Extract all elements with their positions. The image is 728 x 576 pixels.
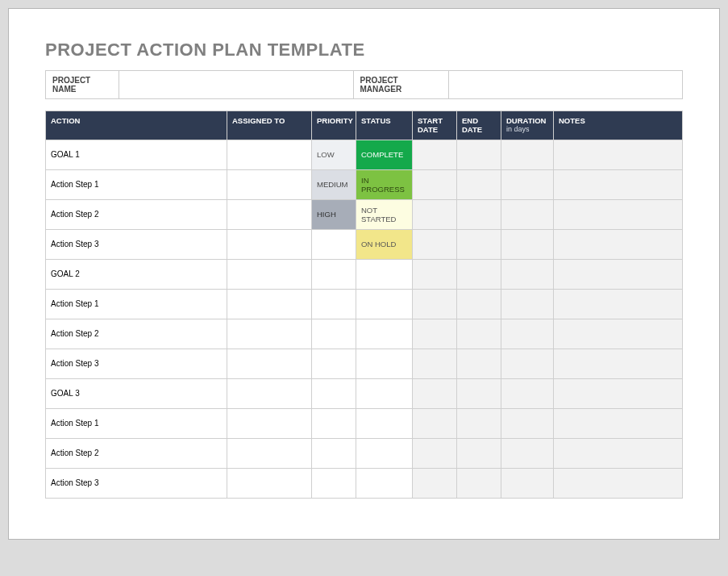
cell-action[interactable]: Action Step 1 (46, 169, 227, 199)
cell-status[interactable] (356, 468, 413, 498)
cell-duration[interactable] (501, 229, 554, 259)
cell-duration[interactable] (501, 289, 554, 319)
cell-priority[interactable] (312, 408, 356, 438)
cell-assigned[interactable] (227, 319, 312, 349)
cell-notes[interactable] (554, 169, 683, 199)
cell-priority[interactable] (312, 438, 356, 468)
cell-assigned[interactable] (227, 408, 312, 438)
cell-end-date[interactable] (457, 468, 501, 498)
cell-notes[interactable] (554, 140, 683, 169)
cell-start-date[interactable] (413, 199, 457, 229)
cell-assigned[interactable] (227, 229, 312, 259)
cell-start-date[interactable] (413, 259, 457, 289)
cell-start-date[interactable] (413, 408, 457, 438)
cell-notes[interactable] (554, 438, 683, 468)
cell-end-date[interactable] (457, 169, 501, 199)
cell-assigned[interactable] (227, 438, 312, 468)
cell-action[interactable]: Action Step 1 (46, 289, 227, 319)
cell-start-date[interactable] (413, 438, 457, 468)
cell-duration[interactable] (501, 259, 554, 289)
cell-priority[interactable]: LOW (312, 140, 356, 169)
cell-end-date[interactable] (457, 438, 501, 468)
project-name-value[interactable] (119, 70, 354, 99)
cell-start-date[interactable] (413, 140, 457, 169)
cell-assigned[interactable] (227, 378, 312, 408)
cell-status[interactable] (356, 438, 413, 468)
cell-assigned[interactable] (227, 140, 312, 169)
cell-duration[interactable] (501, 349, 554, 378)
cell-priority[interactable] (312, 349, 356, 378)
cell-start-date[interactable] (413, 468, 457, 498)
cell-notes[interactable] (554, 319, 683, 349)
cell-action[interactable]: Action Step 2 (46, 199, 227, 229)
cell-action[interactable]: Action Step 2 (46, 319, 227, 349)
cell-duration[interactable] (501, 140, 554, 169)
cell-action[interactable]: GOAL 2 (46, 259, 227, 289)
cell-priority[interactable] (312, 259, 356, 289)
cell-end-date[interactable] (457, 199, 501, 229)
cell-notes[interactable] (554, 468, 683, 498)
cell-notes[interactable] (554, 259, 683, 289)
cell-status[interactable] (356, 289, 413, 319)
cell-notes[interactable] (554, 229, 683, 259)
cell-start-date[interactable] (413, 319, 457, 349)
cell-duration[interactable] (501, 319, 554, 349)
cell-status[interactable]: NOT STARTED (356, 199, 413, 229)
cell-assigned[interactable] (227, 259, 312, 289)
cell-action[interactable]: Action Step 3 (46, 468, 227, 498)
cell-end-date[interactable] (457, 229, 501, 259)
cell-duration[interactable] (501, 468, 554, 498)
cell-status[interactable]: IN PROGRESS (356, 169, 413, 199)
cell-notes[interactable] (554, 378, 683, 408)
cell-notes[interactable] (554, 349, 683, 378)
cell-end-date[interactable] (457, 259, 501, 289)
cell-priority[interactable] (312, 378, 356, 408)
cell-notes[interactable] (554, 408, 683, 438)
cell-end-date[interactable] (457, 408, 501, 438)
cell-end-date[interactable] (457, 289, 501, 319)
cell-status[interactable] (356, 349, 413, 378)
cell-priority[interactable] (312, 468, 356, 498)
cell-priority[interactable]: MEDIUM (312, 169, 356, 199)
cell-status[interactable]: COMPLETE (356, 140, 413, 169)
cell-end-date[interactable] (457, 378, 501, 408)
cell-action[interactable]: Action Step 3 (46, 349, 227, 378)
cell-end-date[interactable] (457, 140, 501, 169)
cell-status[interactable] (356, 319, 413, 349)
cell-status[interactable] (356, 378, 413, 408)
cell-end-date[interactable] (457, 319, 501, 349)
cell-action[interactable]: Action Step 1 (46, 408, 227, 438)
cell-start-date[interactable] (413, 289, 457, 319)
cell-action[interactable]: GOAL 3 (46, 378, 227, 408)
cell-notes[interactable] (554, 199, 683, 229)
col-header-duration-main: DURATION (506, 116, 546, 125)
project-manager-value[interactable] (449, 70, 684, 99)
table-row: Action Step 1 (46, 289, 683, 319)
cell-start-date[interactable] (413, 378, 457, 408)
cell-duration[interactable] (501, 199, 554, 229)
cell-status[interactable]: ON HOLD (356, 229, 413, 259)
cell-start-date[interactable] (413, 349, 457, 378)
cell-end-date[interactable] (457, 349, 501, 378)
cell-action[interactable]: Action Step 2 (46, 438, 227, 468)
cell-priority[interactable] (312, 289, 356, 319)
cell-priority[interactable] (312, 319, 356, 349)
cell-status[interactable] (356, 259, 413, 289)
cell-notes[interactable] (554, 289, 683, 319)
cell-priority[interactable] (312, 229, 356, 259)
cell-priority[interactable]: HIGH (312, 199, 356, 229)
cell-action[interactable]: Action Step 3 (46, 229, 227, 259)
cell-assigned[interactable] (227, 169, 312, 199)
cell-duration[interactable] (501, 438, 554, 468)
cell-duration[interactable] (501, 169, 554, 199)
cell-action[interactable]: GOAL 1 (46, 140, 227, 169)
cell-assigned[interactable] (227, 349, 312, 378)
cell-duration[interactable] (501, 408, 554, 438)
cell-status[interactable] (356, 408, 413, 438)
cell-assigned[interactable] (227, 468, 312, 498)
cell-start-date[interactable] (413, 169, 457, 199)
cell-assigned[interactable] (227, 199, 312, 229)
cell-assigned[interactable] (227, 289, 312, 319)
cell-duration[interactable] (501, 378, 554, 408)
cell-start-date[interactable] (413, 229, 457, 259)
